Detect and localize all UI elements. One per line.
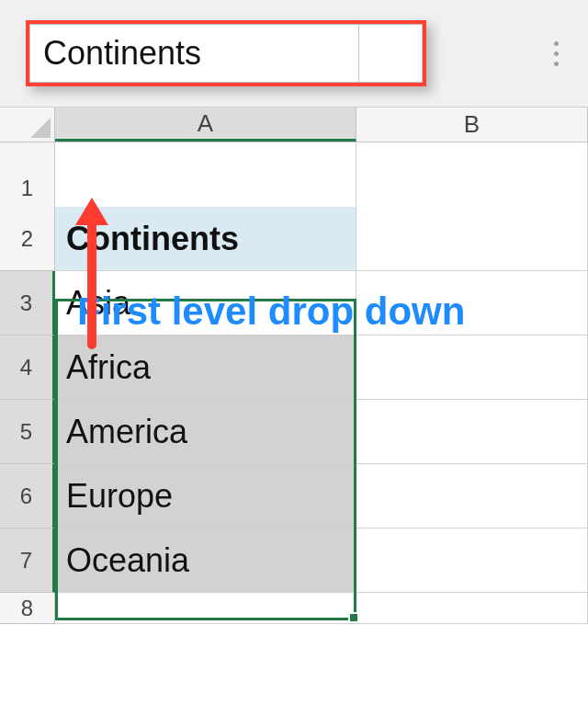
cell-B6[interactable] [356, 464, 588, 528]
cell-A4[interactable]: Africa [55, 335, 356, 400]
cell-B4[interactable] [356, 335, 588, 400]
cell-B8[interactable] [356, 593, 588, 624]
column-header-B[interactable]: B [356, 108, 588, 142]
row-header-3[interactable]: 3 [0, 271, 55, 335]
cell-B2[interactable] [356, 207, 588, 271]
cell-B5[interactable] [356, 400, 588, 464]
select-all-triangle[interactable] [0, 108, 55, 142]
cell-A5[interactable]: America [55, 400, 356, 464]
name-box-bar [0, 0, 588, 108]
row-header-4[interactable]: 4 [0, 335, 55, 400]
row-header-7[interactable]: 7 [0, 528, 55, 593]
cell-A7[interactable]: Oceania [55, 528, 356, 593]
column-header-row: A B [0, 108, 588, 142]
name-box-dropdown[interactable] [358, 24, 423, 83]
cell-A2[interactable]: Continents [55, 207, 356, 271]
cell-A8[interactable] [55, 593, 356, 624]
spreadsheet-grid: A B 1 2 Continents 3 Asia 4 Africa 5 Ame… [0, 108, 588, 657]
name-box-input[interactable] [29, 24, 358, 83]
grid-body: 1 2 Continents 3 Asia 4 Africa 5 America… [0, 142, 588, 657]
cell-A6[interactable]: Europe [55, 464, 356, 528]
annotation-text: First level drop down [77, 290, 465, 334]
row-header-5[interactable]: 5 [0, 400, 55, 464]
column-header-A[interactable]: A [55, 108, 356, 142]
name-box-highlight [26, 20, 426, 86]
kebab-menu-icon[interactable] [547, 34, 566, 74]
row-header-6[interactable]: 6 [0, 464, 55, 528]
row-header-8[interactable]: 8 [0, 593, 55, 624]
cell-B7[interactable] [356, 528, 588, 593]
row-header-2[interactable]: 2 [0, 207, 55, 271]
